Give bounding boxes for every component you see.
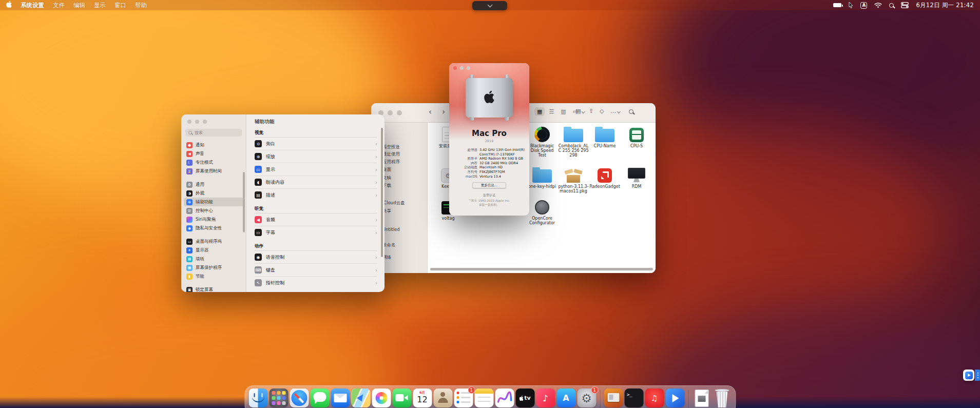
sidebar-item-desktop-dock[interactable]: ▭桌面与程序坞 bbox=[184, 237, 243, 246]
settings-row-voice-control[interactable]: ◉语音控制› bbox=[255, 250, 377, 263]
file-item[interactable]: python-3.11.3-macos11.pkg bbox=[558, 164, 589, 193]
menu-item-2[interactable]: 编辑 bbox=[73, 2, 85, 9]
file-item[interactable]: RadeonGadget bbox=[589, 164, 620, 189]
sidebar-item-siri[interactable]: Siri与聚焦 bbox=[184, 215, 243, 224]
dock-app-store[interactable]: A bbox=[556, 388, 575, 407]
more-actions-button[interactable]: … bbox=[610, 108, 620, 114]
forward-button[interactable]: › bbox=[442, 107, 445, 116]
zoom-button[interactable] bbox=[467, 66, 470, 70]
dock-system-settings[interactable]: ⚙1 bbox=[577, 388, 596, 407]
settings-row-keyboard[interactable]: ⌨键盘› bbox=[255, 263, 377, 276]
settings-row-spoken-content[interactable]: ◖朗读内容› bbox=[255, 176, 377, 188]
sidebar-item-screensaver[interactable]: ▦屏幕保护程序 bbox=[184, 263, 243, 272]
menu-item-5[interactable]: 帮助 bbox=[135, 2, 147, 9]
settings-row-display[interactable]: ▭显示› bbox=[255, 163, 377, 176]
dock-facetime[interactable] bbox=[392, 388, 411, 407]
dock-contacts[interactable] bbox=[433, 388, 452, 407]
system-settings-window[interactable]: 搜索 ●通知◀声音☾专注模式⌛屏幕使用时间⚙通用◑外观⊛辅助功能☰控制中心Sir… bbox=[181, 114, 385, 292]
horizontal-scrollbar[interactable] bbox=[430, 268, 653, 270]
file-item[interactable]: OpenCore Configurator bbox=[527, 196, 558, 225]
settings-row-pointer-control[interactable]: ↖指针控制› bbox=[255, 276, 377, 289]
file-item[interactable]: CPU-S bbox=[621, 124, 652, 148]
zoom-button[interactable] bbox=[203, 120, 207, 124]
pointer-icon[interactable] bbox=[849, 2, 853, 8]
close-button[interactable] bbox=[187, 120, 191, 124]
input-source-icon[interactable]: A bbox=[860, 2, 867, 9]
sidebar-item-wallpaper[interactable]: ▤墙纸 bbox=[184, 255, 243, 263]
dock-photos[interactable] bbox=[372, 388, 391, 407]
back-button[interactable]: ‹ bbox=[429, 107, 432, 116]
dock-music[interactable]: ♪ bbox=[536, 388, 555, 407]
file-item[interactable]: Blackmagic Disk Speed Test bbox=[527, 124, 558, 158]
settings-row-audio[interactable]: ◀音频› bbox=[255, 213, 377, 226]
sidebar-item-displays[interactable]: ☀显示器 bbox=[184, 246, 243, 255]
file-item[interactable]: C bbox=[652, 124, 656, 148]
dock-finder[interactable] bbox=[248, 388, 267, 407]
wifi-icon[interactable] bbox=[874, 3, 882, 8]
more-info-button[interactable]: 更多信息… bbox=[472, 182, 506, 188]
dock-calendar[interactable]: 6月12 bbox=[413, 388, 432, 407]
dock-netease-music[interactable]: ♫ bbox=[645, 388, 664, 407]
tag-button[interactable]: ◇ bbox=[600, 108, 604, 114]
menu-bar-clock[interactable]: 6月12日 周一 21:42 bbox=[916, 2, 974, 9]
close-button[interactable] bbox=[453, 66, 457, 70]
floating-widget-handle[interactable] bbox=[975, 370, 980, 381]
sidebar-item-control-center[interactable]: ☰控制中心 bbox=[184, 206, 243, 215]
column-view-button[interactable]: ▥ bbox=[558, 107, 568, 116]
list-view-button[interactable]: ☰ bbox=[546, 107, 556, 116]
file-item[interactable]: one-key-hidpi bbox=[527, 164, 558, 189]
floating-widget-app[interactable] bbox=[963, 370, 974, 381]
dock-installer-file[interactable] bbox=[692, 388, 711, 407]
dock-safari[interactable] bbox=[290, 388, 309, 407]
sidebar-item-bell[interactable]: ●通知 bbox=[184, 141, 243, 149]
dock-launchpad[interactable] bbox=[269, 388, 288, 407]
sidebar-item-speaker[interactable]: ◀声音 bbox=[184, 149, 243, 158]
dock-mail[interactable] bbox=[331, 388, 350, 407]
share-button[interactable]: ⇧ bbox=[589, 108, 593, 114]
file-item[interactable]: s bbox=[652, 164, 656, 189]
dock-messages[interactable] bbox=[310, 388, 329, 407]
dock-maps[interactable] bbox=[351, 388, 370, 407]
settings-row-captions[interactable]: ▭字幕› bbox=[255, 226, 377, 239]
dock-freeform[interactable] bbox=[495, 388, 514, 407]
dock-minimized-window[interactable] bbox=[604, 388, 623, 407]
file-item[interactable]: CPU-Name bbox=[589, 124, 620, 148]
dock-notes[interactable] bbox=[474, 388, 493, 407]
sidebar-item-battery-energy[interactable]: ▮节能 bbox=[184, 272, 243, 281]
settings-row-descriptions[interactable]: ▤描述› bbox=[255, 188, 377, 201]
content-scrollbar[interactable] bbox=[381, 128, 383, 257]
minimize-button[interactable] bbox=[460, 66, 464, 70]
minimize-button[interactable] bbox=[195, 120, 199, 124]
settings-row-voiceover[interactable]: ⊙旁白› bbox=[255, 137, 377, 150]
control-center-icon[interactable] bbox=[901, 2, 909, 8]
dock-trash[interactable] bbox=[713, 388, 732, 407]
menu-item-3[interactable]: 显示 bbox=[94, 2, 106, 9]
sidebar-item-general-gear[interactable]: ⚙通用 bbox=[184, 180, 243, 189]
sidebar-item-focus-moon[interactable]: ☾专注模式 bbox=[184, 158, 243, 167]
sidebar-item-lock-screen[interactable]: ▣锁定屏幕 bbox=[184, 285, 243, 292]
file-item[interactable]: RDM bbox=[621, 164, 652, 189]
sidebar-scrollbar[interactable] bbox=[243, 172, 245, 232]
menu-item-4[interactable]: 窗口 bbox=[114, 2, 126, 9]
dock-reminders[interactable]: 1 bbox=[454, 388, 473, 407]
dock-apple-tv[interactable]: tv bbox=[515, 388, 534, 407]
dock-video-player[interactable] bbox=[665, 388, 684, 407]
battery-icon[interactable] bbox=[833, 3, 841, 7]
sidebar-item-privacy-hand[interactable]: ◉隐私与安全性 bbox=[184, 224, 243, 232]
regulatory-link[interactable]: 监管认证 bbox=[449, 193, 529, 198]
group-by-button[interactable]: ▤ bbox=[575, 108, 585, 114]
sidebar-item-accessibility[interactable]: ⊛辅助功能 bbox=[184, 198, 243, 206]
floating-widget[interactable] bbox=[963, 370, 980, 381]
spotlight-search-icon[interactable] bbox=[889, 3, 894, 8]
sidebar-item-screen-time-hourglass[interactable]: ⌛屏幕使用时间 bbox=[184, 167, 243, 176]
screen-capture-pill[interactable] bbox=[472, 1, 507, 10]
icon-view-button[interactable]: ▦ bbox=[534, 107, 545, 116]
zoom-button[interactable] bbox=[397, 110, 402, 115]
finder-search-button[interactable] bbox=[629, 109, 633, 115]
about-this-mac-window[interactable]: Mac Pro 2019 处理器3.42 GHz 13th Gen Intel(… bbox=[449, 63, 529, 216]
sidebar-item-appearance[interactable]: ◑外观 bbox=[184, 189, 243, 198]
app-menu-name[interactable]: 系统设置 bbox=[21, 2, 44, 9]
dock-terminal[interactable]: >_ bbox=[624, 388, 643, 407]
settings-search-field[interactable]: 搜索 bbox=[185, 129, 242, 137]
menu-item-1[interactable]: 文件 bbox=[53, 2, 65, 9]
